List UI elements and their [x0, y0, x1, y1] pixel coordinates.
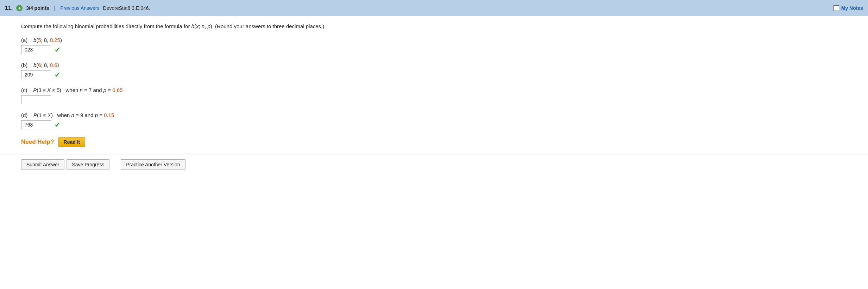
- part-c-label: (c) P(3 ≤ X ≤ 5) when n = 7 and p = 0.65: [21, 87, 857, 93]
- bottom-buttons: Submit Answer Save Progress Practice Ano…: [0, 154, 868, 175]
- read-it-button[interactable]: Read It: [58, 137, 86, 147]
- part-a-label: (a) b(5; 8, 0.25): [21, 37, 857, 43]
- my-notes-label: My Notes: [841, 5, 863, 11]
- my-notes-checkbox[interactable]: [834, 5, 839, 11]
- question-number: 11.: [5, 5, 13, 11]
- part-a: (a) b(5; 8, 0.25) ✔: [21, 37, 857, 54]
- part-d-input[interactable]: [21, 120, 51, 129]
- part-d-check-icon: ✔: [55, 121, 61, 129]
- practice-another-version-button[interactable]: Practice Another Version: [121, 159, 185, 170]
- part-d-answer-row: ✔: [21, 120, 857, 129]
- part-c-answer-row: [21, 95, 857, 104]
- need-help-label: Need Help?: [21, 139, 54, 146]
- part-b: (b) b(6; 8, 0.6) ✔: [21, 62, 857, 79]
- my-notes-area[interactable]: My Notes: [834, 5, 863, 11]
- problem-intro: Compute the following binomial probabili…: [21, 23, 857, 31]
- part-a-input[interactable]: [21, 45, 51, 54]
- need-help-section: Need Help? Read It: [21, 137, 857, 147]
- part-c: (c) P(3 ≤ X ≤ 5) when n = 7 and p = 0.65: [21, 87, 857, 104]
- plus-icon: +: [16, 5, 23, 11]
- part-b-label: (b) b(6; 8, 0.6): [21, 62, 857, 68]
- part-d-label: (d) P(1 ≤ X) when n = 9 and p = 0.15: [21, 112, 857, 118]
- content-area: Compute the following binomial probabili…: [0, 16, 868, 154]
- part-a-answer-row: ✔: [21, 45, 857, 54]
- part-d: (d) P(1 ≤ X) when n = 9 and p = 0.15 ✔: [21, 112, 857, 129]
- part-b-answer-row: ✔: [21, 70, 857, 79]
- divider: |: [54, 5, 56, 11]
- previous-answers-link[interactable]: Previous Answers: [60, 5, 99, 11]
- header-bar: 11. + 3/4 points | Previous Answers Devo…: [0, 0, 868, 16]
- source-text: DevoreStat8 3.E.046.: [103, 5, 150, 11]
- part-c-input[interactable]: [21, 95, 51, 104]
- part-b-check-icon: ✔: [55, 70, 61, 79]
- save-progress-button[interactable]: Save Progress: [67, 159, 109, 170]
- part-b-input[interactable]: [21, 70, 51, 79]
- part-a-check-icon: ✔: [55, 45, 61, 54]
- submit-answer-button[interactable]: Submit Answer: [21, 159, 64, 170]
- points-text: 3/4 points: [26, 5, 49, 11]
